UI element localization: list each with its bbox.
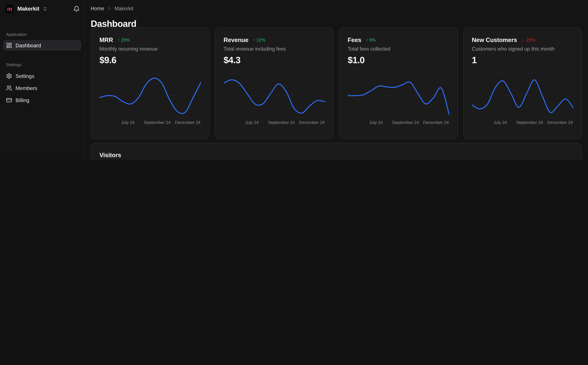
arrow-down-icon: ↓ (521, 37, 524, 43)
sidebar-item-dashboard[interactable]: Dashboard (3, 40, 81, 51)
stat-card-fees: Fees ↑9% Total fees collected $1.0 July … (339, 27, 458, 139)
sidebar-item-settings[interactable]: Settings (3, 71, 81, 81)
stat-card-value: 1 (472, 55, 477, 65)
x-tick-label: December 24 (423, 120, 449, 125)
sidebar-group-label-settings: Settings (6, 62, 21, 67)
sidebar-item-label: Dashboard (15, 42, 41, 49)
chevron-right-icon (107, 6, 112, 11)
sidebar-item-billing[interactable]: Billing (3, 95, 81, 105)
main-content: Home Makerkit Dashboard MRR ↑20% Monthly… (85, 0, 588, 160)
sparkline-x-axis: July 24 September 24 December 24 (472, 120, 573, 126)
breadcrumb-current: Makerkit (114, 6, 133, 11)
breadcrumb-home-link[interactable]: Home (91, 6, 104, 11)
trend-badge: ↑12% (253, 37, 265, 43)
arrow-up-icon: ↑ (366, 37, 368, 43)
sidebar-item-label: Billing (15, 97, 29, 103)
x-tick-label: July 24 (369, 120, 383, 125)
x-tick-label: December 24 (547, 120, 573, 125)
x-tick-label: September 24 (144, 120, 171, 125)
x-tick-label: July 24 (245, 120, 259, 125)
visitors-title: Visitors (99, 152, 121, 159)
x-tick-label: September 24 (516, 120, 543, 125)
credit-card-icon (6, 97, 12, 103)
trend-badge: ↑20% (118, 37, 130, 43)
stat-card-title: Fees (348, 37, 361, 43)
notifications-bell-icon[interactable] (73, 6, 80, 12)
x-tick-label: December 24 (175, 120, 201, 125)
stat-card-title: New Customers (472, 37, 517, 43)
layout-dashboard-icon (6, 42, 12, 49)
x-tick-label: December 24 (299, 120, 325, 125)
stat-card-description: Total fees collected (348, 46, 449, 52)
sidebar-item-members[interactable]: Members (3, 83, 81, 93)
chevrons-up-down-icon[interactable] (43, 6, 48, 11)
workspace-selector[interactable]: m Makerkit (5, 4, 80, 14)
stat-card-description: Customers who signed up this month (472, 46, 573, 52)
app-window: m Makerkit Application Dashboard Setting… (0, 0, 588, 160)
x-tick-label: July 24 (493, 120, 507, 125)
x-tick-label: July 24 (121, 120, 135, 125)
x-tick-label: September 24 (392, 120, 419, 125)
sidebar-group-label-application: Application (6, 32, 27, 36)
sparkline-x-axis: July 24 September 24 December 24 (348, 120, 449, 126)
new-customers-sparkline-chart (472, 73, 573, 118)
users-icon (6, 85, 12, 91)
stat-card-value: $1.0 (348, 55, 365, 65)
stat-card-value: $9.6 (99, 55, 116, 65)
stat-card-description: Total revenue including fees (223, 46, 325, 52)
stat-cards-row: MRR ↑20% Monthly recurring revenue $9.6 … (91, 27, 582, 139)
sidebar: m Makerkit Application Dashboard Setting… (0, 0, 85, 160)
stat-card-description: Monthly recurring revenue (99, 46, 201, 52)
workspace-name: Makerkit (17, 6, 39, 12)
trend-badge: ↑9% (366, 37, 376, 43)
arrow-up-icon: ↑ (118, 37, 120, 43)
gear-icon (6, 73, 12, 79)
trend-badge: ↓-25% (521, 37, 535, 43)
fees-sparkline-chart (348, 73, 449, 118)
arrow-up-icon: ↑ (253, 37, 255, 43)
sparkline-x-axis: July 24 September 24 December 24 (99, 120, 201, 126)
breadcrumb: Home Makerkit (91, 6, 133, 11)
stat-card-title: MRR (99, 37, 113, 43)
stat-card-mrr: MRR ↑20% Monthly recurring revenue $9.6 … (91, 27, 210, 139)
visitors-card: Visitors Showing total visitors for the … (91, 143, 582, 160)
stat-card-new-customers: New Customers ↓-25% Customers who signed… (463, 27, 582, 139)
stat-card-title: Revenue (223, 37, 249, 43)
stat-card-value: $4.3 (223, 55, 240, 65)
x-tick-label: September 24 (268, 120, 295, 125)
sparkline-x-axis: July 24 September 24 December 24 (223, 120, 325, 126)
mrr-sparkline-chart (99, 73, 201, 118)
sidebar-item-label: Members (15, 85, 37, 91)
revenue-sparkline-chart (223, 73, 325, 118)
stat-card-revenue: Revenue ↑12% Total revenue including fee… (215, 27, 334, 139)
sidebar-item-label: Settings (15, 73, 35, 79)
makerkit-logo: m (5, 4, 14, 13)
